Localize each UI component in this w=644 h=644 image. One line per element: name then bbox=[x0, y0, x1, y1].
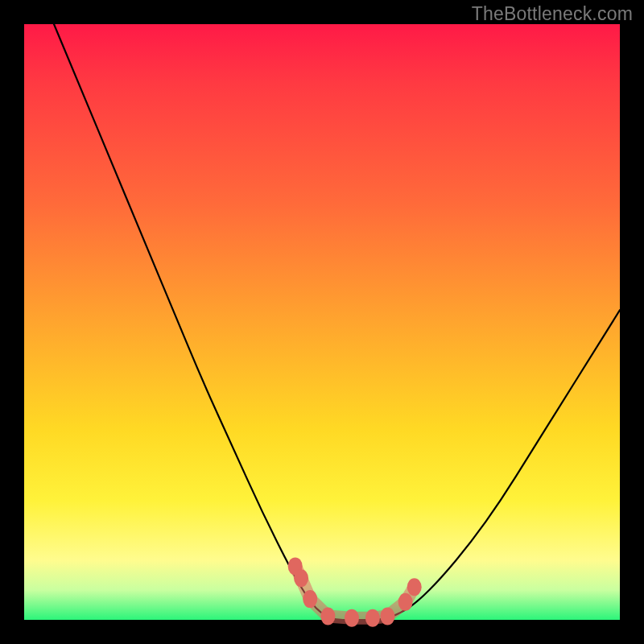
marker-point bbox=[407, 578, 422, 596]
marker-point bbox=[320, 608, 335, 625]
highlight-markers bbox=[288, 557, 422, 626]
chart-svg bbox=[24, 24, 620, 620]
marker-point bbox=[398, 593, 413, 611]
marker-point bbox=[294, 569, 308, 587]
marker-point bbox=[380, 608, 394, 625]
marker-point bbox=[303, 590, 317, 608]
marker-point bbox=[365, 609, 380, 627]
watermark-text: TheBottleneck.com bbox=[472, 3, 633, 25]
marker-point bbox=[345, 609, 359, 627]
chart-frame: TheBottleneck.com bbox=[0, 0, 644, 644]
bottleneck-curve bbox=[54, 24, 620, 620]
plot-area bbox=[24, 24, 620, 620]
